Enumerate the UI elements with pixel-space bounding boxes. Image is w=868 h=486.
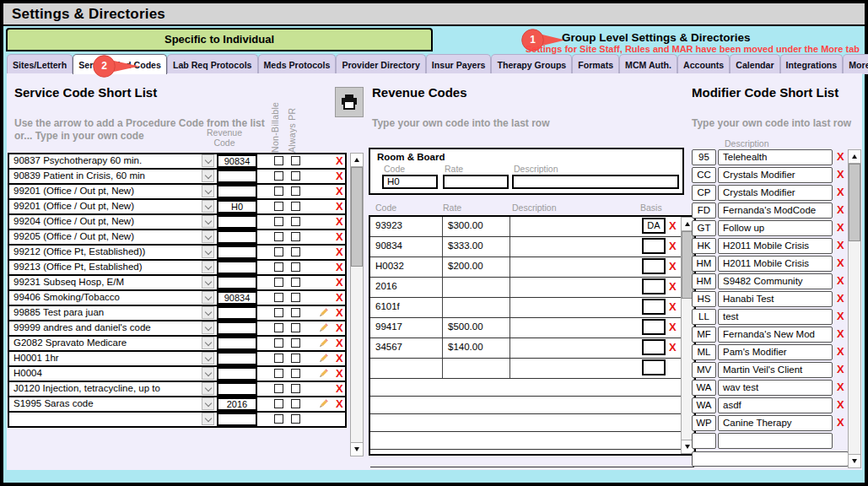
revenue-code-cell[interactable]: 93923: [370, 217, 443, 236]
delete-icon[interactable]: X: [837, 186, 844, 198]
revenue-code-cell[interactable]: 90834: [370, 237, 443, 256]
delete-icon[interactable]: X: [336, 337, 343, 350]
procedure-code-dropdown[interactable]: 99213 (Office Pt, Established): [10, 261, 214, 273]
scroll-down-button[interactable]: [849, 454, 860, 467]
delete-icon[interactable]: X: [837, 345, 844, 358]
delete-icon[interactable]: X: [837, 363, 844, 375]
always-pr-checkbox[interactable]: [291, 399, 300, 408]
edit-icon[interactable]: [317, 368, 329, 380]
non-billable-checkbox[interactable]: [274, 262, 283, 272]
procedure-code-dropdown[interactable]: 99231 Subseq Hosp, E/M: [10, 276, 214, 289]
dropdown-arrow-button[interactable]: [202, 352, 214, 364]
edit-icon[interactable]: [317, 353, 329, 364]
modifier-desc-cell[interactable]: [718, 433, 833, 449]
tab-insur-payers[interactable]: Insur Payers: [426, 54, 492, 74]
edit-icon[interactable]: [317, 322, 329, 334]
procedure-code-dropdown[interactable]: G2082 Spravato Medicare: [10, 337, 214, 349]
dropdown-arrow-button[interactable]: [202, 382, 214, 395]
delete-icon[interactable]: X: [669, 321, 677, 333]
non-billable-checkbox[interactable]: [274, 308, 283, 317]
revenue-rate-cell[interactable]: $300.00: [443, 217, 510, 236]
always-pr-checkbox[interactable]: [291, 202, 300, 211]
non-billable-checkbox[interactable]: [274, 369, 283, 378]
tab-mcm-auth[interactable]: MCM Auth.: [619, 54, 677, 74]
tab-calendar[interactable]: Calendar: [730, 54, 779, 74]
room-board-code-input[interactable]: H0: [382, 175, 438, 189]
revenue-code-cell[interactable]: H0032: [370, 257, 443, 277]
procedure-code-dropdown[interactable]: 99406 Smoking/Tobacco: [10, 291, 214, 304]
delete-icon[interactable]: X: [336, 185, 343, 198]
tab-therapy-groups[interactable]: Therapy Groups: [491, 54, 572, 74]
dropdown-arrow-button[interactable]: [202, 154, 214, 167]
modifier-desc-cell[interactable]: Telehealth: [718, 149, 833, 165]
revenue-code-input[interactable]: [217, 352, 257, 365]
revenue-desc-cell[interactable]: [510, 278, 639, 297]
delete-icon[interactable]: X: [837, 256, 844, 269]
delete-icon[interactable]: X: [837, 150, 844, 163]
delete-icon[interactable]: X: [837, 398, 844, 411]
delete-icon[interactable]: X: [336, 230, 343, 244]
modifier-code-cell[interactable]: HK: [692, 238, 716, 254]
procedure-code-dropdown[interactable]: 99201 (Office / Out pt, New): [10, 200, 214, 213]
non-billable-checkbox[interactable]: [274, 384, 283, 393]
always-pr-checkbox[interactable]: [291, 156, 300, 165]
modifier-code-cell[interactable]: CP: [692, 185, 716, 201]
revenue-code-input[interactable]: [217, 261, 257, 274]
modifier-code-cell[interactable]: WA: [692, 397, 716, 413]
procedure-code-dropdown[interactable]: 99212 (Office Pt, Established)): [10, 246, 214, 258]
non-billable-checkbox[interactable]: [274, 247, 283, 256]
basis-input[interactable]: [642, 339, 666, 355]
dropdown-arrow-button[interactable]: [202, 337, 214, 349]
scroll-down-button[interactable]: [351, 442, 363, 456]
delete-icon[interactable]: X: [336, 306, 343, 320]
modifier-code-cell[interactable]: MV: [692, 362, 716, 378]
basis-input[interactable]: [642, 319, 666, 335]
delete-icon[interactable]: X: [669, 341, 677, 354]
basis-input[interactable]: [642, 258, 666, 274]
revenue-rate-cell[interactable]: $500.00: [443, 318, 510, 338]
revenue-desc-cell[interactable]: [510, 217, 639, 236]
procedure-code-dropdown[interactable]: 90839 Patient in Crisis, 60 min: [10, 170, 214, 182]
tab-formats[interactable]: Formats: [572, 54, 619, 74]
revenue-code-cell[interactable]: 2016: [370, 278, 443, 297]
always-pr-checkbox[interactable]: [291, 338, 300, 348]
always-pr-checkbox[interactable]: [291, 278, 300, 287]
modifier-code-cell[interactable]: LL: [692, 309, 716, 325]
dropdown-arrow-button[interactable]: [202, 413, 214, 425]
procedure-code-dropdown[interactable]: J0120 Injection, tetracycline, up to: [10, 382, 214, 395]
revenue-code-input[interactable]: 90834: [217, 291, 257, 305]
non-billable-checkbox[interactable]: [274, 354, 283, 363]
modifier-code-cell[interactable]: [692, 433, 716, 449]
revenue-rate-cell[interactable]: [443, 278, 510, 297]
basis-input[interactable]: DA: [642, 218, 666, 234]
procedure-code-dropdown[interactable]: 99201 (Office / Out pt, New): [10, 185, 214, 197]
dropdown-arrow-button[interactable]: [202, 306, 214, 319]
delete-icon[interactable]: X: [336, 382, 343, 396]
service-list-scrollbar[interactable]: [350, 153, 364, 456]
delete-icon[interactable]: X: [336, 246, 343, 259]
dropdown-arrow-button[interactable]: [202, 291, 214, 304]
dropdown-arrow-button[interactable]: [202, 397, 214, 410]
print-button[interactable]: [335, 87, 364, 117]
dropdown-arrow-button[interactable]: [202, 230, 214, 243]
procedure-code-dropdown[interactable]: 99205 (Office / Out pt, New): [10, 230, 214, 243]
procedure-code-dropdown[interactable]: S1995 Saras code: [10, 397, 214, 410]
modifier-desc-cell[interactable]: Pam's Modifier: [718, 344, 833, 360]
revenue-code-input[interactable]: [217, 215, 257, 229]
revenue-code-cell[interactable]: 34567: [370, 338, 443, 358]
delete-icon[interactable]: X: [837, 416, 844, 429]
modifier-code-cell[interactable]: WA: [692, 380, 716, 396]
modifier-code-cell[interactable]: 95: [692, 149, 716, 165]
modifier-desc-cell[interactable]: Crystals Modifier: [718, 185, 833, 201]
modifier-desc-cell[interactable]: Fernanda's ModCode: [718, 202, 833, 219]
non-billable-checkbox[interactable]: [274, 338, 283, 348]
modifier-code-cell[interactable]: HM: [692, 256, 716, 272]
non-billable-checkbox[interactable]: [274, 202, 283, 211]
delete-icon[interactable]: X: [336, 170, 343, 183]
tab-accounts[interactable]: Accounts: [677, 54, 730, 74]
procedure-code-dropdown[interactable]: 99885 Test para juan: [10, 306, 214, 319]
revenue-code-input[interactable]: 90834: [217, 154, 257, 168]
revenue-rate-cell[interactable]: $200.00: [443, 257, 510, 277]
revenue-desc-cell[interactable]: [510, 257, 639, 277]
delete-icon[interactable]: X: [837, 221, 844, 234]
